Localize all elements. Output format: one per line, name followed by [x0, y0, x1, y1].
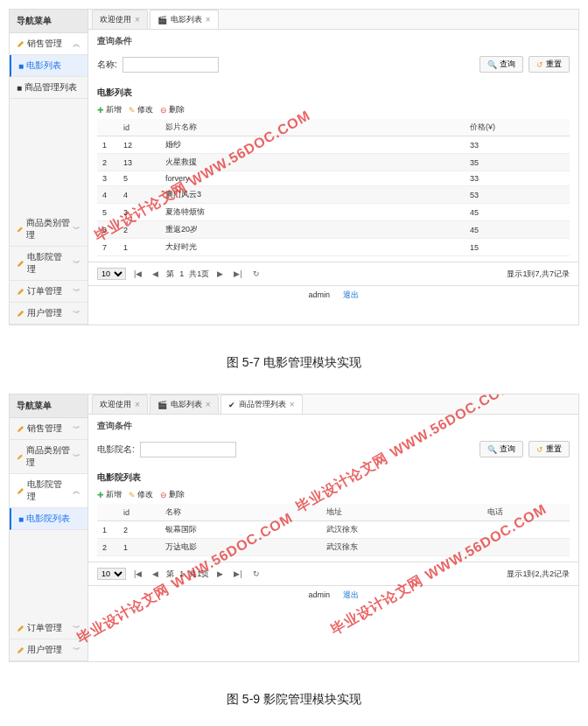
page-size-select[interactable]: 10 — [97, 568, 126, 580]
table-row[interactable]: 213火星救援35 — [97, 154, 570, 171]
close-icon[interactable]: × — [135, 400, 140, 409]
delete-button[interactable]: ⊖删除 — [160, 104, 185, 115]
cell: 1 — [118, 539, 160, 556]
reset-button[interactable]: ↺重置 — [528, 56, 570, 73]
reset-button[interactable]: ↺重置 — [528, 441, 570, 457]
cell: 婚纱 — [160, 136, 465, 154]
cell: 33 — [465, 136, 570, 154]
sidebar-item-goods-list[interactable]: ■ 商品管理列表 — [10, 77, 88, 99]
figure-caption-2: 图 5-9 影院管理模块实现 — [0, 671, 588, 722]
page-total: 共1页 — [189, 569, 209, 580]
sidebar-item-cinema-list[interactable]: ■ 电影院列表 — [10, 508, 88, 530]
table-row[interactable]: 21万达电影武汉徐东 — [97, 539, 570, 556]
sidebar-group-order[interactable]: 订单管理 ︾ — [10, 618, 88, 639]
table-row[interactable]: 35forvery33 — [97, 171, 570, 186]
table-row[interactable]: 44澳门风云353 — [97, 186, 570, 204]
table-row[interactable]: 12银幕国际武汉徐东 — [97, 521, 570, 539]
sidebar-label: 电影列表 — [26, 59, 61, 72]
sidebar-group-sales[interactable]: 销售管理 ︾ — [10, 418, 88, 440]
close-icon[interactable]: × — [206, 15, 211, 24]
add-button[interactable]: ✚新增 — [97, 489, 122, 500]
sidebar-group-cinema[interactable]: 电影院管理 ︾ — [10, 247, 88, 281]
col-name: 影片名称 — [160, 119, 465, 136]
sidebar-label: 商品管理列表 — [24, 81, 77, 94]
close-icon[interactable]: × — [135, 15, 140, 24]
first-page-button[interactable]: |◀ — [131, 269, 144, 278]
sidebar-group-cinema[interactable]: 电影院管理 ︽ — [10, 474, 88, 508]
cell: 45 — [465, 221, 570, 239]
query-button[interactable]: 🔍查询 — [480, 56, 523, 73]
table-row[interactable]: 112婚纱33 — [97, 136, 570, 154]
cell: 银幕国际 — [160, 521, 321, 539]
figure-caption-1: 图 5-7 电影管理模块实现 — [0, 334, 588, 385]
cell: 2 — [97, 154, 118, 171]
tab-label: 欢迎使用 — [100, 399, 131, 410]
table-row[interactable]: 71大好时光15 — [97, 239, 570, 256]
next-page-button[interactable]: ▶ — [214, 269, 226, 278]
tab-movie-list[interactable]: 🎬电影列表× — [150, 10, 219, 29]
cinema-name-input[interactable] — [140, 442, 236, 457]
search-icon: 🔍 — [487, 60, 497, 69]
page-number: 1 — [179, 269, 184, 278]
first-page-button[interactable]: |◀ — [131, 569, 144, 578]
sidebar-label: 电影院列表 — [26, 513, 70, 525]
tab-welcome[interactable]: 欢迎使用× — [92, 10, 148, 29]
sidebar-group-user[interactable]: 用户管理 ︾ — [10, 303, 88, 325]
search-panel-title: 查询条件 — [97, 35, 570, 47]
tab-movie-list[interactable]: 🎬电影列表× — [150, 394, 219, 414]
sidebar-group-order[interactable]: 订单管理 ︾ — [10, 281, 88, 303]
prev-page-button[interactable]: ◀ — [150, 569, 161, 578]
col-price: 价格(¥) — [465, 119, 570, 136]
cell: 1 — [97, 521, 118, 539]
next-page-button[interactable]: ▶ — [214, 569, 226, 578]
cell: 夏洛特烦恼 — [160, 204, 465, 221]
list-title: 电影列表 — [97, 87, 570, 99]
logout-link[interactable]: 退出 — [343, 590, 359, 599]
last-page-button[interactable]: ▶| — [231, 269, 244, 278]
sidebar-group-goods-type[interactable]: 商品类别管理 ︾ — [10, 213, 88, 247]
cell: 重返20岁 — [160, 221, 465, 239]
cell: 5 — [97, 204, 118, 221]
add-button[interactable]: ✚新增 — [97, 104, 122, 115]
current-user: admin — [308, 290, 330, 299]
table-row[interactable]: 62重返20岁45 — [97, 221, 570, 239]
sidebar-group-sales[interactable]: 销售管理 ︽ — [10, 33, 88, 55]
tab-welcome[interactable]: 欢迎使用× — [92, 394, 148, 414]
reset-icon: ↺ — [536, 60, 543, 69]
delete-button[interactable]: ⊖删除 — [160, 489, 185, 500]
cell: 45 — [465, 204, 570, 221]
table-row[interactable]: 53夏洛特烦恼45 — [97, 204, 570, 221]
logout-link[interactable]: 退出 — [343, 290, 359, 299]
chevron-down-icon: ︾ — [73, 308, 80, 319]
cell: 澳门风云3 — [160, 186, 465, 204]
prev-page-button[interactable]: ◀ — [150, 269, 161, 278]
pencil-icon — [17, 425, 24, 433]
last-page-button[interactable]: ▶| — [231, 569, 244, 578]
close-icon[interactable]: × — [290, 400, 295, 409]
edit-button[interactable]: ✎修改 — [129, 104, 153, 115]
edit-button[interactable]: ✎修改 — [129, 489, 153, 500]
sidebar-group-goods-type[interactable]: 商品类别管理 ︾ — [10, 440, 88, 474]
bullet-icon: ■ — [18, 61, 24, 71]
refresh-button[interactable]: ↻ — [250, 269, 262, 278]
chevron-down-icon: ︾ — [73, 451, 80, 463]
close-icon[interactable]: × — [206, 400, 211, 409]
refresh-button[interactable]: ↻ — [250, 569, 262, 578]
sidebar-item-movie-list[interactable]: ■ 电影列表 — [10, 55, 88, 77]
tab-goods-list[interactable]: ✔商品管理列表× — [220, 394, 303, 414]
btn-label: 修改 — [137, 489, 153, 500]
sidebar: 导航菜单 销售管理 ︽ ■ 电影列表 ■ 商品管理列表 商品类别管理 ︾ — [10, 10, 88, 325]
chevron-down-icon: ︾ — [73, 645, 80, 656]
query-button[interactable]: 🔍查询 — [480, 441, 523, 457]
cell: 13 — [118, 154, 160, 171]
tab-bar: 欢迎使用× 🎬电影列表× — [88, 10, 578, 30]
page-size-select[interactable]: 10 — [97, 268, 126, 280]
pager: 10 |◀ ◀ 第 1 共1页 ▶ ▶| ↻ 显示1到7,共7记录 — [88, 262, 578, 285]
pager-summary: 显示1到7,共7记录 — [507, 269, 570, 280]
tab-label: 商品管理列表 — [239, 399, 286, 410]
name-input[interactable] — [122, 57, 219, 73]
page-label: 第 — [166, 569, 174, 580]
sidebar-group-user[interactable]: 用户管理 ︾ — [10, 639, 88, 661]
movie-table: id 影片名称 价格(¥) 112婚纱33213火星救援3535forvery3… — [97, 119, 570, 256]
col-addr: 地址 — [321, 504, 482, 521]
